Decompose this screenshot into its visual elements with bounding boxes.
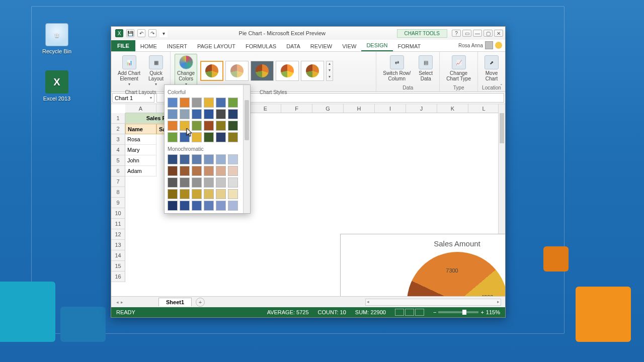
chart-title[interactable]: Sales Amount	[341, 234, 505, 250]
row-header[interactable]: 1	[111, 113, 125, 124]
row-header[interactable]: 12	[111, 229, 125, 240]
panel-scrollbar[interactable]	[243, 85, 250, 213]
change-colors-button[interactable]: Change Colors	[175, 54, 197, 88]
col-header[interactable]: H	[344, 104, 375, 113]
tab-format[interactable]: FORMAT	[393, 41, 426, 51]
color-scheme-option[interactable]	[168, 98, 247, 108]
tab-formulas[interactable]: FORMULAS	[240, 41, 281, 51]
row-header[interactable]: 13	[111, 240, 125, 250]
zoom-out-icon[interactable]: −	[433, 309, 436, 315]
minimize-button[interactable]: —	[473, 30, 482, 37]
ribbon-options-button[interactable]: ▭	[462, 30, 471, 37]
color-swatch	[216, 154, 226, 164]
excel-app-icon[interactable]: X	[115, 29, 123, 37]
cell[interactable]: Adam	[125, 166, 156, 176]
color-swatch	[204, 189, 214, 199]
row-header[interactable]: 5	[111, 155, 125, 166]
add-sheet-button[interactable]: +	[196, 298, 205, 307]
chart-style-thumb[interactable]	[225, 61, 249, 81]
select-data-button[interactable]: ▤ Select Data	[416, 54, 435, 83]
color-scheme-option[interactable]	[168, 109, 247, 119]
tab-data[interactable]: DATA	[281, 41, 305, 51]
tab-nav-next[interactable]: ▸	[121, 300, 123, 305]
tab-nav-prev[interactable]: ◂	[116, 300, 119, 305]
color-palette-icon	[179, 55, 193, 69]
color-swatch	[180, 109, 190, 119]
chart-style-thumb[interactable]	[251, 61, 274, 81]
cell[interactable]: Mary	[125, 145, 156, 155]
cell[interactable]: Rosa	[125, 134, 156, 145]
col-header[interactable]: G	[312, 104, 344, 113]
row-header[interactable]: 15	[111, 261, 125, 272]
zoom-control[interactable]: − + 115%	[433, 309, 500, 315]
close-button[interactable]: ✕	[494, 30, 503, 37]
col-header[interactable]: I	[375, 104, 406, 113]
color-scheme-option[interactable]	[168, 189, 247, 199]
color-scheme-option[interactable]	[168, 177, 247, 188]
switch-row-column-button[interactable]: ⇄ Switch Row/ Column	[380, 54, 413, 83]
save-button[interactable]: 💾	[126, 29, 134, 37]
chart-style-thumb[interactable]	[200, 61, 223, 81]
add-chart-element-button[interactable]: 📊 Add Chart Element	[115, 54, 143, 88]
tab-file[interactable]: FILE	[111, 40, 135, 51]
quick-layout-button[interactable]: ▦ Quick Layout	[146, 54, 166, 88]
row-header[interactable]: 10	[111, 208, 125, 219]
row-header[interactable]: 11	[111, 219, 125, 229]
color-scheme-option[interactable]	[168, 154, 247, 164]
color-scheme-option[interactable]	[168, 201, 247, 211]
col-header[interactable]: K	[437, 104, 468, 113]
color-scheme-option[interactable]	[168, 121, 247, 131]
pie-plot[interactable]: 7300420046006800	[407, 252, 506, 296]
move-chart-button[interactable]: ⬈ Move Chart	[482, 54, 501, 83]
account-user[interactable]: Rosa Anna	[455, 39, 505, 51]
tab-design[interactable]: DESIGN	[361, 40, 392, 51]
feedback-smile-icon[interactable]	[495, 42, 502, 49]
sheet-tab[interactable]: Sheet1	[158, 298, 192, 306]
row-header[interactable]: 3	[111, 134, 125, 145]
tab-insert[interactable]: INSERT	[162, 41, 192, 51]
cell[interactable]: John	[125, 155, 156, 166]
row-headers[interactable]: 12345678910111213141516	[111, 113, 125, 282]
excel-desktop-icon[interactable]: X Excel 2013	[39, 70, 74, 102]
recycle-bin-icon[interactable]: 🗑 Recycle Bin	[39, 23, 74, 54]
col-header[interactable]: E	[250, 104, 281, 113]
row-header[interactable]: 8	[111, 187, 125, 198]
color-swatch	[216, 177, 226, 188]
tab-home[interactable]: HOME	[135, 41, 162, 51]
maximize-button[interactable]: ▢	[484, 30, 493, 37]
color-scheme-option[interactable]	[168, 166, 247, 176]
tab-page-layout[interactable]: PAGE LAYOUT	[192, 41, 240, 51]
tab-view[interactable]: VIEW	[337, 41, 361, 51]
zoom-in-icon[interactable]: +	[480, 309, 484, 315]
row-header[interactable]: 14	[111, 250, 125, 261]
row-header[interactable]: 7	[111, 176, 125, 187]
undo-button[interactable]: ↶	[137, 29, 145, 37]
quick-access-toolbar: X 💾 ↶ ↷ ▾	[115, 29, 168, 37]
view-buttons[interactable]	[395, 309, 424, 316]
qat-customize-icon[interactable]: ▾	[159, 29, 168, 37]
tab-review[interactable]: REVIEW	[305, 41, 337, 51]
change-chart-type-button[interactable]: 📈 Change Chart Type	[444, 54, 473, 83]
col-header[interactable]: F	[281, 104, 312, 113]
cell[interactable]: Name	[125, 124, 156, 134]
col-header[interactable]: J	[406, 104, 437, 113]
help-button[interactable]: ?	[452, 30, 461, 37]
row-header[interactable]: 16	[111, 272, 125, 282]
gallery-more-button[interactable]: ▴▾▾	[326, 61, 333, 81]
zoom-slider[interactable]	[438, 311, 478, 313]
collapse-ribbon-icon[interactable]: ˆ	[501, 84, 502, 89]
chart-style-thumb[interactable]	[276, 61, 299, 81]
row-header[interactable]: 9	[111, 198, 125, 208]
col-header[interactable]: A	[125, 104, 156, 113]
row-header[interactable]: 2	[111, 124, 125, 134]
redo-button[interactable]: ↷	[148, 29, 156, 37]
chart-styles-gallery[interactable]: ▴▾▾	[200, 61, 333, 81]
col-header[interactable]: L	[468, 104, 500, 113]
row-header[interactable]: 4	[111, 145, 125, 155]
horizontal-scrollbar[interactable]: ◂ ▸	[365, 299, 501, 306]
color-scheme-option[interactable]	[168, 132, 247, 142]
chart-style-thumb[interactable]	[301, 61, 324, 81]
row-header[interactable]: 6	[111, 166, 125, 176]
chart-object[interactable]: Sales Amount 7300420046006800 RosaMaryJo…	[340, 234, 505, 296]
change-colors-dropdown[interactable]: Colorful Monochromatic	[164, 84, 251, 214]
